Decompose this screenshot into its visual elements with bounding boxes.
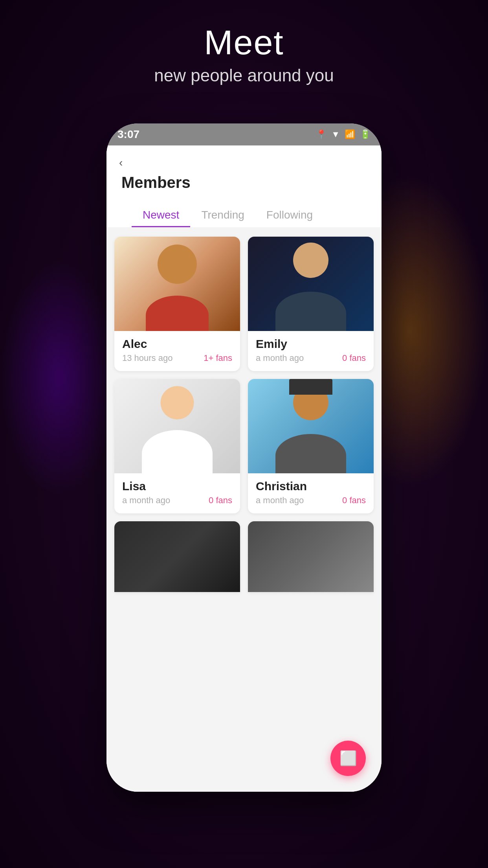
member-time-emily: a month ago	[256, 353, 304, 363]
member-name-christian: Christian	[256, 480, 366, 493]
tab-following[interactable]: Following	[255, 204, 324, 227]
bg-glow-left	[0, 260, 118, 496]
hero-subtitle: new people around you	[0, 66, 488, 85]
member-name-alec: Alec	[122, 337, 232, 351]
member-info-alec: Alec 13 hours ago 1+ fans	[114, 331, 240, 371]
tab-trending[interactable]: Trending	[190, 204, 255, 227]
member-meta-emily: a month ago 0 fans	[256, 353, 366, 363]
wifi-icon: ▼	[331, 129, 340, 140]
avatar-unknown2	[248, 521, 374, 592]
member-fans-alec: 1+ fans	[204, 353, 232, 363]
hero-title: Meet	[0, 24, 488, 62]
member-card-lisa[interactable]: Lisa a month ago 0 fans	[114, 379, 240, 513]
avatar-unknown1	[114, 521, 240, 592]
member-info-emily: Emily a month ago 0 fans	[248, 331, 374, 371]
tabs: Newest Trending Following	[119, 195, 369, 227]
app-content: ‹ Members Newest Trending Following Alec	[106, 145, 382, 792]
member-info-christian: Christian a month ago 0 fans	[248, 473, 374, 513]
fab-icon: ⬜	[339, 750, 357, 767]
member-time-alec: 13 hours ago	[122, 353, 172, 363]
phone: 3:07 📍 ▼ 📶 🔋 ‹ Members Newest Trending F…	[106, 123, 382, 792]
member-meta-christian: a month ago 0 fans	[256, 495, 366, 506]
member-info-lisa: Lisa a month ago 0 fans	[114, 473, 240, 513]
hero-section: Meet new people around you	[0, 24, 488, 85]
member-card-partial-2[interactable]	[248, 521, 374, 592]
page-title: Members	[119, 172, 369, 191]
member-card-emily[interactable]: Emily a month ago 0 fans	[248, 237, 374, 371]
back-button[interactable]: ‹	[119, 156, 369, 169]
member-fans-lisa: 0 fans	[209, 495, 232, 506]
avatar-alec	[114, 237, 240, 331]
battery-icon: 🔋	[360, 129, 371, 140]
status-icons: 📍 ▼ 📶 🔋	[316, 129, 371, 140]
christian-hat	[289, 379, 332, 395]
status-time: 3:07	[117, 128, 139, 141]
members-grid: Alec 13 hours ago 1+ fans Emily a month …	[106, 227, 382, 792]
member-time-christian: a month ago	[256, 495, 304, 506]
avatar-emily	[248, 237, 374, 331]
phone-wrapper: 3:07 📍 ▼ 📶 🔋 ‹ Members Newest Trending F…	[106, 123, 382, 792]
member-time-lisa: a month ago	[122, 495, 170, 506]
avatar-christian	[248, 379, 374, 473]
location-icon: 📍	[316, 129, 327, 140]
member-meta-lisa: a month ago 0 fans	[122, 495, 232, 506]
header: ‹ Members Newest Trending Following	[106, 145, 382, 227]
signal-icon: 📶	[345, 129, 355, 140]
member-meta-alec: 13 hours ago 1+ fans	[122, 353, 232, 363]
member-fans-emily: 0 fans	[342, 353, 366, 363]
member-name-lisa: Lisa	[122, 480, 232, 493]
member-fans-christian: 0 fans	[342, 495, 366, 506]
member-name-emily: Emily	[256, 337, 366, 351]
avatar-lisa	[114, 379, 240, 473]
member-card-alec[interactable]: Alec 13 hours ago 1+ fans	[114, 237, 240, 371]
member-card-christian[interactable]: Christian a month ago 0 fans	[248, 379, 374, 513]
tab-newest[interactable]: Newest	[132, 204, 190, 227]
fab-button[interactable]: ⬜	[330, 741, 366, 776]
member-card-partial-1[interactable]	[114, 521, 240, 592]
status-bar: 3:07 📍 ▼ 📶 🔋	[106, 123, 382, 145]
